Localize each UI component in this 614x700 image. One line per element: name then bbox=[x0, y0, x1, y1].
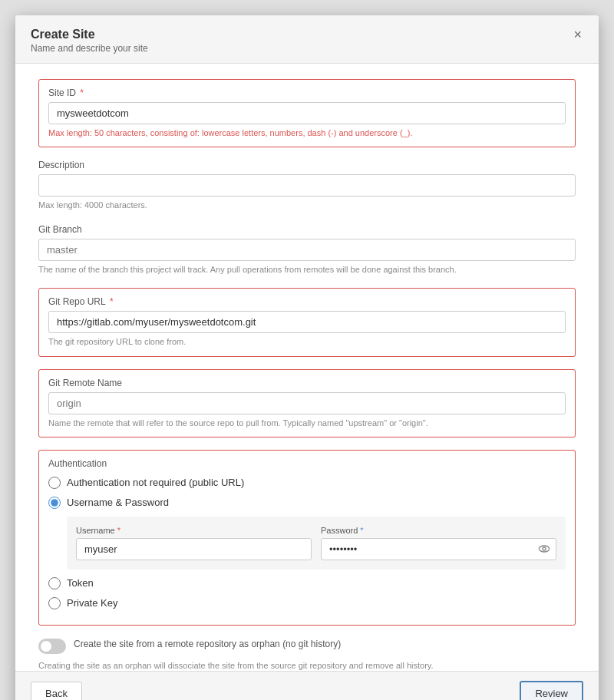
description-label: Description bbox=[38, 160, 576, 170]
username-field: Username * bbox=[76, 526, 312, 560]
modal-title: Create Site bbox=[31, 28, 583, 41]
git-repo-url-hint: The git repository URL to clone from. bbox=[48, 336, 566, 348]
git-remote-name-label: Git Remote Name bbox=[48, 378, 566, 388]
orphan-toggle-row: Create the site from a remote repository… bbox=[38, 638, 576, 654]
authentication-label: Authentication bbox=[48, 458, 566, 469]
git-repo-url-field-group: Git Repo URL * The git repository URL to… bbox=[38, 288, 576, 356]
password-input[interactable] bbox=[321, 538, 556, 560]
auth-userpass-radio[interactable] bbox=[48, 497, 61, 509]
auth-credentials-row: Username * Password * bbox=[76, 526, 556, 560]
git-repo-url-label: Git Repo URL * bbox=[48, 296, 566, 307]
orphan-toggle[interactable] bbox=[38, 639, 66, 654]
site-id-hint: Max length: 50 characters, consisting of… bbox=[48, 127, 566, 139]
auth-token-label: Token bbox=[67, 577, 94, 589]
modal-body: Site ID * Max length: 50 characters, con… bbox=[15, 64, 599, 671]
auth-public-label: Authentication not required (public URL) bbox=[67, 477, 244, 488]
review-button[interactable]: Review bbox=[520, 681, 583, 700]
auth-credentials-fields: Username * Password * bbox=[67, 517, 566, 570]
close-button[interactable]: × bbox=[569, 26, 586, 43]
auth-token-option[interactable]: Token bbox=[48, 577, 566, 589]
auth-token-radio[interactable] bbox=[48, 577, 61, 589]
git-remote-name-field-group: Git Remote Name Name the remote that wil… bbox=[38, 369, 576, 438]
svg-point-1 bbox=[543, 547, 546, 550]
modal-header: Create Site Name and describe your site … bbox=[15, 15, 599, 64]
authentication-field-group: Authentication Authentication not requir… bbox=[38, 450, 576, 626]
description-field-group: Description Max length: 4000 characters. bbox=[38, 160, 576, 211]
password-field: Password * bbox=[321, 526, 556, 560]
toggle-slider bbox=[38, 639, 66, 654]
auth-userpass-label: Username & Password bbox=[67, 497, 169, 508]
create-site-modal: Create Site Name and describe your site … bbox=[15, 15, 599, 700]
description-input[interactable] bbox=[38, 174, 576, 196]
toggle-password-button[interactable] bbox=[538, 543, 550, 555]
site-id-field-group: Site ID * Max length: 50 characters, con… bbox=[38, 79, 576, 147]
git-branch-label: Git Branch bbox=[38, 224, 576, 235]
site-id-input[interactable] bbox=[48, 102, 566, 124]
orphan-hint: Creating the site as an orphan will diss… bbox=[38, 660, 576, 671]
git-branch-input[interactable] bbox=[38, 239, 576, 261]
auth-privkey-radio[interactable] bbox=[48, 597, 61, 609]
git-branch-hint: The name of the branch this project will… bbox=[38, 264, 576, 276]
auth-public-radio[interactable] bbox=[48, 477, 61, 489]
git-remote-name-hint: Name the remote that will refer to the s… bbox=[48, 418, 566, 429]
auth-userpass-option[interactable]: Username & Password bbox=[48, 497, 566, 509]
modal-footer: Back Review bbox=[15, 671, 599, 700]
git-branch-field-group: Git Branch The name of the branch this p… bbox=[38, 224, 576, 276]
orphan-section: Create the site from a remote repository… bbox=[38, 638, 576, 671]
auth-radio-group: Authentication not required (public URL)… bbox=[48, 477, 566, 609]
auth-privkey-option[interactable]: Private Key bbox=[48, 597, 566, 609]
modal-subtitle: Name and describe your site bbox=[31, 43, 583, 54]
description-hint: Max length: 4000 characters. bbox=[38, 200, 576, 211]
git-repo-url-input[interactable] bbox=[48, 311, 566, 333]
auth-public-option[interactable]: Authentication not required (public URL) bbox=[48, 477, 566, 489]
orphan-toggle-label: Create the site from a remote repository… bbox=[74, 638, 341, 651]
svg-point-0 bbox=[539, 546, 549, 552]
git-remote-name-input[interactable] bbox=[48, 392, 566, 414]
back-button[interactable]: Back bbox=[31, 682, 82, 700]
username-input[interactable] bbox=[76, 538, 312, 560]
password-wrapper bbox=[321, 538, 556, 560]
auth-privkey-label: Private Key bbox=[67, 597, 117, 609]
eye-icon bbox=[538, 543, 550, 555]
username-label: Username * bbox=[76, 526, 312, 535]
password-label: Password * bbox=[321, 526, 556, 535]
site-id-label: Site ID * bbox=[48, 88, 566, 98]
